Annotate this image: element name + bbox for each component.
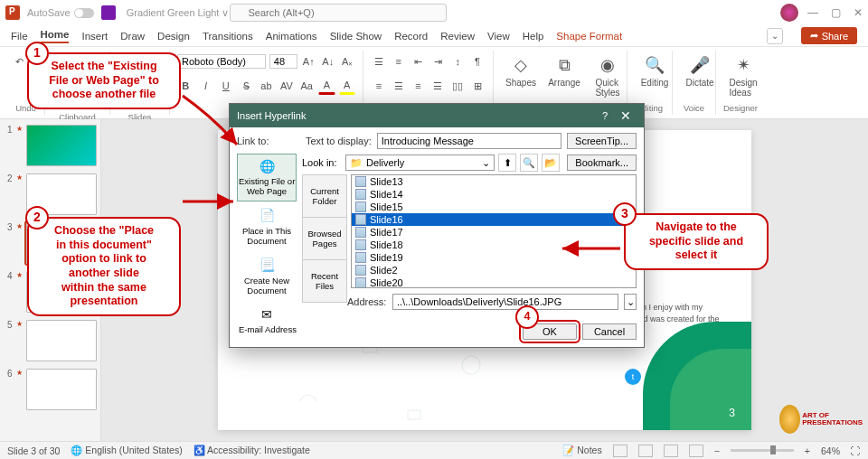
browse-file-icon[interactable]: 📂 xyxy=(542,154,560,172)
clear-format-icon[interactable]: Aₓ xyxy=(340,52,356,70)
increase-font-icon[interactable]: A↑ xyxy=(301,52,317,70)
design-ideas-button[interactable]: ✴Design Ideas xyxy=(723,52,763,99)
lookin-combo[interactable]: 📁Deliverly⌄ xyxy=(345,155,495,171)
up-folder-icon[interactable]: ⬆ xyxy=(498,154,516,172)
language-indicator[interactable]: 🌐 English (United States) xyxy=(71,445,182,456)
dialog-help-icon[interactable]: ? xyxy=(595,110,615,121)
italic-icon[interactable]: I xyxy=(197,77,213,95)
line-spacing-icon[interactable]: ↕ xyxy=(449,52,466,70)
shadow-icon[interactable]: ab xyxy=(258,77,274,95)
strike-icon[interactable]: S̶ xyxy=(238,77,254,95)
address-dropdown-icon[interactable]: ⌄ xyxy=(624,294,637,310)
undo-icon[interactable]: ↶ xyxy=(14,52,24,70)
linkto-existing-file[interactable]: 🌐Existing File or Web Page xyxy=(237,154,297,201)
linkto-place-in-doc[interactable]: 📄Place in This Document xyxy=(237,203,297,251)
tab-slideshow[interactable]: Slide Show xyxy=(330,31,382,42)
browse-web-icon[interactable]: 🔍 xyxy=(520,154,538,172)
twitter-icon[interactable]: t xyxy=(625,369,641,385)
thumb-1[interactable]: 1★ xyxy=(4,125,97,166)
font-size-combo[interactable] xyxy=(269,54,297,69)
screentip-button[interactable]: ScreenTip... xyxy=(567,133,637,149)
file-item[interactable]: Slide16 xyxy=(352,213,636,226)
convert-smartart-icon[interactable]: ⊞ xyxy=(469,77,486,95)
spacing-icon[interactable]: AV xyxy=(278,77,295,95)
sorter-view-icon[interactable] xyxy=(638,445,653,457)
thumb-2[interactable]: 2★ xyxy=(4,173,97,215)
linkto-email[interactable]: ✉E-mail Address xyxy=(237,302,297,339)
align-center-icon[interactable]: ☰ xyxy=(391,77,407,95)
change-case-icon[interactable]: Aa xyxy=(298,77,315,95)
align-left-icon[interactable]: ≡ xyxy=(371,77,387,95)
document-name[interactable]: Gradient Green Light ∨ xyxy=(127,7,230,19)
save-icon[interactable] xyxy=(101,5,116,20)
autosave-toggle[interactable]: AutoSave xyxy=(27,7,94,18)
file-item[interactable]: Slide13 xyxy=(352,175,636,188)
file-item[interactable]: Slide14 xyxy=(352,188,636,201)
file-item[interactable]: Slide15 xyxy=(352,201,636,213)
font-color-icon[interactable]: A xyxy=(318,77,335,95)
notes-button[interactable]: 📝 Notes xyxy=(562,445,601,456)
indent-inc-icon[interactable]: ⇥ xyxy=(429,52,446,70)
arrange-button[interactable]: ⧉Arrange xyxy=(544,52,584,89)
file-item[interactable]: Slide18 xyxy=(352,239,636,251)
minimize-icon[interactable]: — xyxy=(807,6,818,19)
search-input[interactable] xyxy=(230,4,447,22)
address-input[interactable] xyxy=(392,294,618,310)
text-display-input[interactable] xyxy=(377,133,561,149)
shapes-button[interactable]: ◇Shapes xyxy=(501,52,541,89)
tab-review[interactable]: Review xyxy=(440,31,475,42)
thumb-6[interactable]: 6★ xyxy=(4,369,97,410)
user-avatar[interactable] xyxy=(780,4,798,22)
tab-animations[interactable]: Animations xyxy=(266,31,317,42)
tab-design[interactable]: Design xyxy=(157,31,190,42)
slide-indicator[interactable]: Slide 3 of 30 xyxy=(7,445,60,456)
tab-home[interactable]: Home xyxy=(41,29,70,43)
zoom-level[interactable]: 64% xyxy=(821,445,840,456)
maximize-icon[interactable]: ▢ xyxy=(831,6,841,19)
share-button[interactable]: ➦ Share xyxy=(801,27,857,44)
close-icon[interactable]: ✕ xyxy=(854,6,863,19)
quick-styles-button[interactable]: ◉Quick Styles xyxy=(588,52,627,99)
columns-icon[interactable]: ▯▯ xyxy=(449,77,466,95)
tab-transitions[interactable]: Transitions xyxy=(203,31,253,42)
thumb-5[interactable]: 5★ xyxy=(4,320,97,361)
justify-icon[interactable]: ☰ xyxy=(429,77,446,95)
file-list[interactable]: Slide13Slide14Slide15Slide16Slide17Slide… xyxy=(351,174,637,288)
file-item[interactable]: Slide17 xyxy=(352,226,636,239)
tab-insert[interactable]: Insert xyxy=(81,31,108,42)
fit-window-icon[interactable]: ⛶ xyxy=(851,445,861,456)
text-direction-icon[interactable]: ¶ xyxy=(469,52,486,70)
file-item[interactable]: Slide2 xyxy=(352,264,636,276)
decrease-font-icon[interactable]: A↓ xyxy=(320,52,336,70)
zoom-out-icon[interactable]: − xyxy=(714,445,720,456)
align-right-icon[interactable]: ≡ xyxy=(410,77,427,95)
tab-shape-format[interactable]: Shape Format xyxy=(556,31,622,42)
cancel-button[interactable]: Cancel xyxy=(582,323,637,340)
font-size-input[interactable] xyxy=(274,56,293,67)
dictate-button[interactable]: 🎤Dictate xyxy=(680,52,720,89)
tab-browsed-pages[interactable]: Browsed Pages xyxy=(303,218,346,260)
indent-dec-icon[interactable]: ⇤ xyxy=(410,52,427,70)
zoom-slider[interactable] xyxy=(731,449,794,452)
slideshow-view-icon[interactable] xyxy=(689,445,703,457)
normal-view-icon[interactable] xyxy=(613,445,627,457)
reading-view-icon[interactable] xyxy=(664,445,678,457)
numbering-icon[interactable]: ≡ xyxy=(391,52,407,70)
tab-draw[interactable]: Draw xyxy=(120,31,145,42)
font-name-input[interactable] xyxy=(182,56,261,67)
tab-record[interactable]: Record xyxy=(394,31,428,42)
tab-view[interactable]: View xyxy=(487,31,510,42)
tab-help[interactable]: Help xyxy=(523,31,544,42)
accessibility-indicator[interactable]: ♿ Accessibility: Investigate xyxy=(193,445,310,456)
underline-icon[interactable]: U xyxy=(218,77,234,95)
bullets-icon[interactable]: ☰ xyxy=(371,52,387,70)
tab-current-folder[interactable]: Current Folder xyxy=(303,175,346,218)
zoom-in-icon[interactable]: + xyxy=(805,445,810,456)
dialog-close-icon[interactable]: ✕ xyxy=(615,108,637,123)
toggle-icon[interactable] xyxy=(74,8,94,18)
file-item[interactable]: Slide19 xyxy=(352,251,636,264)
highlight-icon[interactable]: A xyxy=(339,77,355,95)
dialog-titlebar[interactable]: Insert Hyperlink ? ✕ xyxy=(230,104,644,127)
linkto-create-new[interactable]: 📃Create New Document xyxy=(237,253,297,301)
bookmark-button[interactable]: Bookmark... xyxy=(567,155,637,171)
